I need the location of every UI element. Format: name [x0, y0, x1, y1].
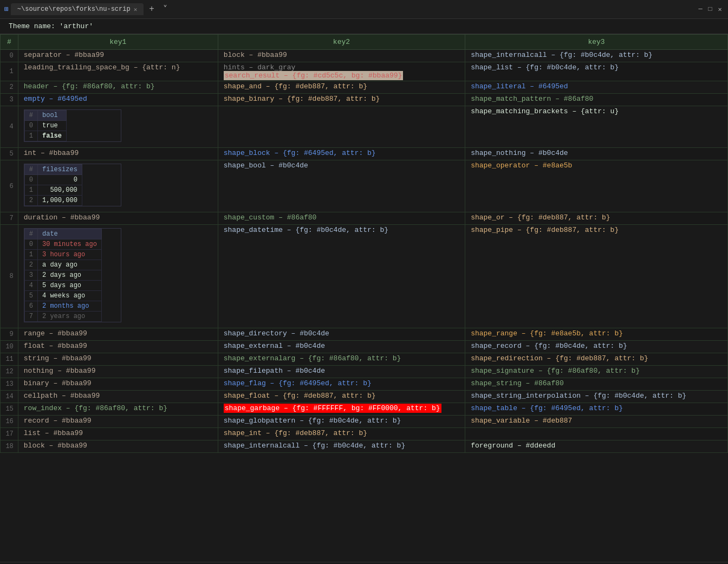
theme-name-bar: Theme name: 'arthur'	[0, 19, 728, 34]
row-col3: shape_string_interpolation – {fg: #b0c4d…	[465, 391, 728, 403]
row-col3: shape_record – {fg: #b0c4de, attr: b}	[465, 341, 728, 353]
row-col3	[465, 428, 728, 440]
table-row: 4 # bool 0	[1, 106, 728, 148]
row-col3: shape_string – #86af80	[465, 378, 728, 391]
row-col3: shape_literal – #6495ed	[465, 81, 728, 94]
row-num: 6	[1, 160, 18, 212]
row-col3: shape_range – {fg: #e8ae5b, attr: b}	[465, 328, 728, 341]
row-num: 14	[1, 391, 18, 403]
row-col1: row_index – {fg: #86af80, attr: b}	[18, 403, 218, 416]
row-num: 9	[1, 328, 18, 341]
row-col2: shape_and – {fg: #deb887, attr: b}	[218, 81, 465, 94]
table-row: 11 string – #bbaa99 shape_externalarg – …	[1, 353, 728, 366]
row-col2: shape_globpattern – {fg: #b0c4de, attr: …	[218, 416, 465, 428]
row-col1-filesizes-table: # filesizes 0 0 1	[18, 160, 218, 212]
row-col2: shape_external – #b0c4de	[218, 341, 465, 353]
table-row: 17 list – #bbaa99 shape_int – {fg: #deb8…	[1, 428, 728, 440]
row-col2: shape_datetime – {fg: #b0c4de, attr: b}	[218, 225, 465, 328]
row-col1: cellpath – #bbaa99	[18, 391, 218, 403]
row-num: 3	[1, 94, 18, 106]
row-col2: shape_bool – #b0c4de	[218, 160, 465, 212]
row-col3: shape_or – {fg: #deb887, attr: b}	[465, 212, 728, 225]
table-row: 16 record – #bbaa99 shape_globpattern – …	[1, 416, 728, 428]
row-num: 16	[1, 416, 18, 428]
minimize-button[interactable]: —	[697, 5, 704, 13]
table-row: 10 float – #bbaa99 shape_external – #b0c…	[1, 341, 728, 353]
bool-mini-table: # bool 0 true 1	[24, 109, 121, 142]
row-col2	[218, 106, 465, 148]
row-col2: shape_internalcall – {fg: #b0c4de, attr:…	[218, 440, 465, 453]
row-col2: shape_externalarg – {fg: #86af80, attr: …	[218, 353, 465, 366]
row-col2: shape_flag – {fg: #6495ed, attr: b}	[218, 378, 465, 391]
row-col3: foreground – #ddeedd	[465, 440, 728, 453]
table-row: 13 binary – #bbaa99 shape_flag – {fg: #6…	[1, 378, 728, 391]
filesizes-mini-table: # filesizes 0 0 1	[24, 164, 121, 206]
new-tab-button[interactable]: +	[146, 4, 158, 14]
row-num: 0	[1, 50, 18, 62]
row-num: 17	[1, 428, 18, 440]
col-header-key1: key1	[18, 35, 218, 50]
row-col1: separator – #bbaa99	[18, 50, 218, 62]
row-col3: shape_operator – #e8ae5b	[465, 160, 728, 212]
row-num: 8	[1, 225, 18, 328]
row-col1: duration – #bbaa99	[18, 212, 218, 225]
row-num: 1	[1, 62, 18, 81]
row-num: 5	[1, 148, 18, 160]
row-col3: shape_variable – #deb887	[465, 416, 728, 428]
table-row: 18 block – #bbaa99 shape_internalcall – …	[1, 440, 728, 453]
row-col2: shape_filepath – #b0c4de	[218, 366, 465, 378]
col-header-key2: key2	[218, 35, 465, 50]
maximize-button[interactable]: □	[706, 5, 714, 13]
theme-name-text: Theme name: 'arthur'	[9, 22, 93, 30]
tab-dropdown-button[interactable]: ˅	[160, 4, 171, 15]
row-num: 2	[1, 81, 18, 94]
row-col2: shape_binary – {fg: #deb887, attr: b}	[218, 94, 465, 106]
title-bar: ⊞ ~\source\repos\forks\nu-scrip ✕ + ˅ — …	[0, 0, 728, 19]
row-num: 13	[1, 378, 18, 391]
row-col1: block – #bbaa99	[18, 440, 218, 453]
row-col2: hints – dark_gray search_result – {fg: #…	[218, 62, 465, 81]
row-col1-date-table: # date 0 30 minutes ago 1	[18, 225, 218, 328]
row-col1: leading_trailing_space_bg – {attr: n}	[18, 62, 218, 81]
table-row: 3 empty – #6495ed shape_binary – {fg: #d…	[1, 94, 728, 106]
row-col1: empty – #6495ed	[18, 94, 218, 106]
row-col2: block – #bbaa99	[218, 50, 465, 62]
row-col1: nothing – #bbaa99	[18, 366, 218, 378]
data-table: # key1 key2 key3 0 separator – #bbaa99 b…	[0, 34, 728, 453]
row-num: 10	[1, 341, 18, 353]
row-col1: string – #bbaa99	[18, 353, 218, 366]
terminal-tab[interactable]: ~\source\repos\forks\nu-scrip ✕	[11, 3, 144, 15]
row-col2: shape_custom – #86af80	[218, 212, 465, 225]
row-col3: shape_internalcall – {fg: #b0c4de, attr:…	[465, 50, 728, 62]
col-header-key3: key3	[465, 35, 728, 50]
data-table-container[interactable]: # key1 key2 key3 0 separator – #bbaa99 b…	[0, 34, 728, 560]
row-col1: int – #bbaa99	[18, 148, 218, 160]
tab-label: ~\source\repos\forks\nu-scrip	[17, 5, 131, 13]
window-controls: — □ ✕	[697, 5, 724, 13]
row-col3: shape_table – {fg: #6495ed, attr: b}	[465, 403, 728, 416]
close-button[interactable]: ✕	[716, 5, 724, 13]
row-col1: binary – #bbaa99	[18, 378, 218, 391]
row-col2: shape_block – {fg: #6495ed, attr: b}	[218, 148, 465, 160]
table-row: 12 nothing – #bbaa99 shape_filepath – #b…	[1, 366, 728, 378]
row-col1: record – #bbaa99	[18, 416, 218, 428]
table-row: 9 range – #bbaa99 shape_directory – #b0c…	[1, 328, 728, 341]
row-num: 18	[1, 440, 18, 453]
tab-close-button[interactable]: ✕	[134, 6, 138, 13]
row-col2: shape_int – {fg: #deb887, attr: b}	[218, 428, 465, 440]
row-num: 11	[1, 353, 18, 366]
col-header-num: #	[1, 35, 18, 50]
table-row: 1 leading_trailing_space_bg – {attr: n} …	[1, 62, 728, 81]
row-col1: list – #bbaa99	[18, 428, 218, 440]
row-col1: range – #bbaa99	[18, 328, 218, 341]
row-col2-garbage: shape_garbage – {fg: #FFFFFF, bg: #FF000…	[218, 403, 465, 416]
table-row: 0 separator – #bbaa99 block – #bbaa99 sh…	[1, 50, 728, 62]
table-row: 6 # filesizes 0	[1, 160, 728, 212]
table-row: 8 # date 0	[1, 225, 728, 328]
row-col3: shape_signature – {fg: #86af80, attr: b}	[465, 366, 728, 378]
row-num: 4	[1, 106, 18, 148]
row-col1: header – {fg: #86af80, attr: b}	[18, 81, 218, 94]
row-col3: shape_list – {fg: #b0c4de, attr: b}	[465, 62, 728, 81]
row-col3: shape_pipe – {fg: #deb887, attr: b}	[465, 225, 728, 328]
date-mini-table: # date 0 30 minutes ago 1	[24, 228, 121, 322]
